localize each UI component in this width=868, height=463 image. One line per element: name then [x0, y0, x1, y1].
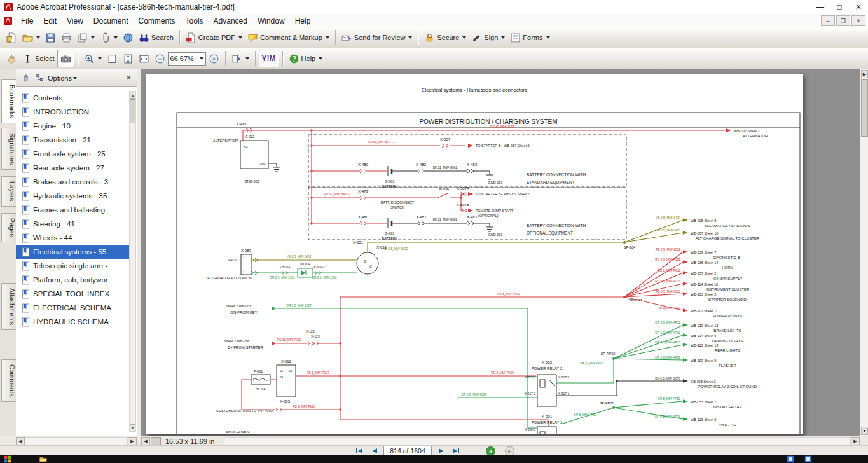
bookmark-item[interactable]: Transmission - 21: [16, 133, 129, 147]
bookmark-item[interactable]: Steering - 41: [16, 217, 129, 231]
taskbar-folder-icon[interactable]: [39, 455, 47, 463]
fit-width-button[interactable]: [136, 50, 152, 67]
save-button[interactable]: [43, 29, 59, 46]
schematic-text: Sheet 12 WB-0: [226, 430, 249, 434]
pane-toggle-icon[interactable]: ▶: [861, 70, 868, 78]
menu-window[interactable]: Window: [252, 15, 290, 27]
menu-advanced[interactable]: Advanced: [209, 15, 252, 27]
secure-button[interactable]: Secure: [422, 29, 469, 46]
schematic-text: X-479: [358, 190, 369, 193]
schematic-text: IGN FROM KEY: [230, 310, 258, 314]
schematic-text: WB-002 Sheet 2: [734, 129, 759, 133]
bookmark-item[interactable]: Platform, cab, bodywor: [16, 273, 129, 287]
panel-hscroll-track[interactable]: [25, 437, 128, 445]
open-button[interactable]: [4, 29, 20, 46]
panel-scrollbar[interactable]: ▲ ▼: [129, 91, 136, 432]
bookmark-item[interactable]: Hydraulic systems - 35: [16, 189, 129, 203]
menu-comments[interactable]: Comments: [134, 15, 181, 27]
hand-tool-button[interactable]: [4, 50, 20, 67]
actual-size-button[interactable]: [104, 50, 120, 67]
schematic-text: BATTERY CONNECTION WITH: [527, 172, 586, 177]
zoom-in-button[interactable]: [206, 50, 222, 67]
doc-scroll-left-icon[interactable]: ◀: [141, 437, 150, 445]
next-page-button[interactable]: [434, 446, 447, 455]
scroll-thumb[interactable]: [861, 79, 868, 137]
panel-scroll-thumb[interactable]: [130, 99, 135, 123]
page-display-button[interactable]: [229, 50, 252, 67]
forms-button[interactable]: Forms: [507, 29, 552, 46]
attach-button[interactable]: [97, 29, 120, 46]
doc-minimize-icon[interactable]: –: [821, 15, 835, 26]
taskbar-app-icon-1[interactable]: [787, 455, 794, 463]
bookmark-item[interactable]: Frames and ballasting: [16, 203, 129, 217]
schematic-text: GB-025 Sheet 3: [691, 380, 715, 384]
acrobat-window: Adobe Acrobat Professional - [case-586h-…: [0, 0, 868, 463]
email-button[interactable]: [120, 29, 136, 46]
start-button[interactable]: [4, 455, 11, 463]
close-icon[interactable]: ✕: [849, 1, 868, 13]
bookmark-item[interactable]: Rear axle system - 27: [16, 161, 129, 175]
select-tool-button[interactable]: Select: [20, 50, 57, 67]
doc-scroll-right-icon[interactable]: ▶: [851, 437, 860, 445]
doc-close-icon[interactable]: ✕: [851, 15, 865, 26]
camera-icon: [60, 53, 71, 64]
menu-document[interactable]: Document: [88, 15, 134, 27]
scroll-up-icon[interactable]: ▲: [130, 92, 135, 99]
bookmark-item[interactable]: SPECIAL TOOL INDEX: [16, 287, 129, 301]
zoom-level-combobox[interactable]: 66.67%: [168, 52, 206, 66]
menu-edit[interactable]: Edit: [38, 15, 62, 27]
forms-label: Forms: [523, 34, 542, 41]
sign-button[interactable]: Sign: [469, 29, 507, 46]
zoom-tool-button[interactable]: [81, 50, 104, 67]
menu-help[interactable]: Help: [290, 15, 316, 27]
document-pane[interactable]: Electrical systems - Harnesses and conne…: [141, 69, 860, 436]
bookmark-item[interactable]: HYDRAULIC SCHEMA: [16, 315, 129, 329]
snapshot-button[interactable]: [57, 50, 74, 67]
scroll-down-icon[interactable]: ▼: [130, 424, 135, 431]
send-for-review-button[interactable]: Send for Review: [339, 29, 415, 46]
expand-bookmarks-icon[interactable]: [36, 73, 45, 83]
zoom-out-button[interactable]: [152, 50, 168, 67]
bookmark-item[interactable]: Brakes and controls - 3: [16, 175, 129, 189]
comment-markup-button[interactable]: Comment & Markup: [245, 29, 332, 46]
maximize-icon[interactable]: □: [830, 1, 849, 13]
panel-close-icon[interactable]: ✕: [123, 74, 134, 82]
delete-bookmark-icon[interactable]: [21, 73, 31, 83]
bookmark-item[interactable]: Wheels - 44: [16, 231, 129, 245]
schematic-text: 29: [280, 376, 284, 379]
page-number-input[interactable]: 814 of 1604: [383, 446, 432, 455]
bookmark-item[interactable]: Front axle system - 25: [16, 147, 129, 161]
last-page-button[interactable]: [450, 446, 462, 455]
bookmark-item[interactable]: INTRODUCTION: [16, 105, 129, 119]
doc-hscroll-track[interactable]: [224, 437, 851, 445]
panel-scroll-right-icon[interactable]: ▶: [128, 437, 137, 445]
fit-page-button[interactable]: [120, 50, 136, 67]
vertical-scrollbar[interactable]: ▶ ▼: [860, 69, 868, 436]
create-pdf-button[interactable]: Create PDF: [183, 29, 245, 46]
menu-view[interactable]: View: [62, 15, 88, 27]
doc-hscroll-thumb[interactable]: [151, 437, 161, 445]
minimize-icon[interactable]: —: [811, 1, 830, 13]
schematic-text: X-480: [358, 215, 369, 219]
print-button[interactable]: [59, 29, 74, 46]
search-button[interactable]: Search: [136, 29, 176, 46]
organizer-button[interactable]: [20, 29, 43, 46]
taskbar-app-icon-2[interactable]: [804, 455, 812, 463]
doc-restore-icon[interactable]: ❐: [836, 15, 850, 26]
panel-scroll-left-icon[interactable]: ◀: [16, 437, 25, 445]
previous-page-button[interactable]: [368, 446, 381, 455]
bookmark-item[interactable]: Engine - 10: [16, 119, 129, 133]
bookmark-item[interactable]: Contents: [16, 91, 129, 105]
combine-button[interactable]: [74, 29, 97, 46]
bookmark-item[interactable]: ELECTRICAL SCHEMA: [16, 301, 129, 315]
schematic-text: X-005: [280, 399, 291, 403]
options-menu-button[interactable]: Options: [48, 74, 77, 82]
bookmark-item[interactable]: Electrical systems - 55: [16, 245, 129, 259]
scroll-down-icon[interactable]: ▼: [861, 427, 868, 435]
help-button[interactable]: Help: [286, 50, 326, 67]
first-page-button[interactable]: [353, 446, 366, 455]
menu-file[interactable]: File: [16, 15, 38, 27]
menu-tools[interactable]: Tools: [181, 15, 209, 27]
bookmark-item[interactable]: Telescopic single arm -: [16, 259, 129, 273]
yahoo-messenger-button[interactable]: Y!M: [259, 50, 279, 67]
